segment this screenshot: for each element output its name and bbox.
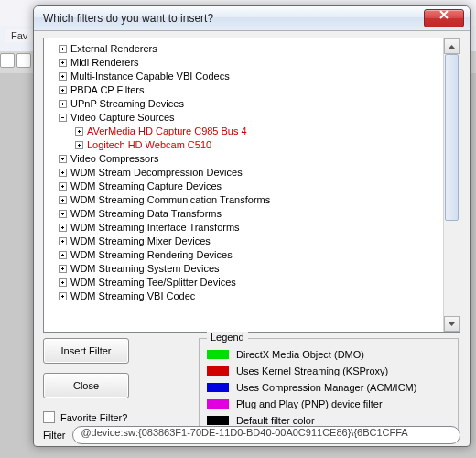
tree-node[interactable]: WDM Streaming VBI Codec	[46, 289, 442, 303]
tree-node[interactable]: WDM Streaming Tee/Splitter Devices	[46, 276, 442, 289]
expand-icon[interactable]	[59, 155, 67, 163]
tree-node-label: Midi Renderers	[70, 56, 139, 70]
titlebar[interactable]: Which filters do you want to insert?	[34, 6, 470, 31]
legend-group: Legend DirectX Media Object (DMO)Uses Ke…	[199, 338, 459, 437]
dialog-title: Which filters do you want to insert?	[39, 12, 424, 25]
close-icon	[438, 10, 449, 19]
filter-tree[interactable]: External RenderersMidi RenderersMulti-In…	[43, 38, 460, 333]
tree-node[interactable]: Multi-Instance Capable VBI Codecs	[46, 70, 442, 83]
expand-icon[interactable]	[59, 45, 67, 53]
expand-icon[interactable]	[59, 210, 67, 218]
bg-toolbar	[0, 53, 31, 68]
tree-node[interactable]: WDM Streaming Capture Devices	[46, 180, 442, 193]
copy-icon[interactable]	[0, 53, 15, 68]
tree-node[interactable]: Video Capture Sources	[46, 111, 442, 125]
expand-icon[interactable]	[59, 237, 67, 245]
tree-node-label: Video Compressors	[70, 152, 158, 166]
expand-icon[interactable]	[59, 100, 67, 108]
tree-node-label: Video Capture Sources	[70, 111, 175, 125]
expand-icon[interactable]	[59, 169, 67, 177]
legend-swatch	[207, 399, 229, 409]
tree-node-label: UPnP Streaming Devices	[70, 97, 184, 111]
tree-node-label: Logitech HD Webcam C510	[87, 138, 211, 152]
expand-icon[interactable]	[59, 265, 67, 273]
tree-node[interactable]: Midi Renderers	[46, 56, 442, 70]
scroll-down-arrow-icon[interactable]	[444, 316, 460, 332]
legend-swatch	[207, 416, 229, 425]
paste-icon[interactable]	[16, 53, 31, 68]
tree-scrollbar[interactable]	[443, 38, 460, 332]
legend-row: Uses Compression Manager (ACM/ICM)	[207, 379, 450, 396]
bg-tab-favorites[interactable]: Fav	[5, 29, 33, 42]
tree-node[interactable]: WDM Streaming Mixer Devices	[46, 234, 442, 248]
insert-filter-button[interactable]: Insert Filter	[43, 338, 129, 364]
tree-node-label: External Renderers	[70, 42, 157, 56]
window-close-button[interactable]	[424, 9, 464, 27]
legend-row: Plug and Play (PNP) device filter	[207, 396, 450, 412]
filter-path-label: Filter	[43, 430, 65, 441]
tree-node-label: AVerMedia HD Capture C985 Bus 4	[87, 125, 247, 138]
expand-icon[interactable]	[59, 278, 67, 287]
legend-label: Default filter color	[236, 415, 315, 426]
tree-node-label: WDM Streaming System Devices	[70, 262, 220, 276]
filter-path-input[interactable]: @device:sw:{083863F1-70DE-11D0-BD40-00A0…	[72, 426, 460, 444]
expand-icon[interactable]	[59, 72, 67, 81]
tree-node[interactable]: AVerMedia HD Capture C985 Bus 4	[46, 125, 442, 138]
expand-icon[interactable]	[59, 196, 67, 204]
expand-icon[interactable]	[75, 127, 83, 136]
scroll-up-arrow-icon[interactable]	[444, 38, 460, 54]
expand-icon[interactable]	[59, 292, 67, 300]
tree-node[interactable]: WDM Streaming Data Transforms	[46, 207, 442, 221]
dialog-bottom-area: Insert Filter Close Favorite Filter? Leg…	[43, 338, 460, 423]
tree-node-label: WDM Streaming Tee/Splitter Devices	[70, 276, 236, 289]
tree-node[interactable]: WDM Streaming System Devices	[46, 262, 442, 276]
tree-node-label: Multi-Instance Capable VBI Codecs	[70, 70, 230, 83]
tree-node-label: WDM Streaming Communication Transforms	[70, 193, 270, 207]
expand-icon[interactable]	[75, 141, 83, 149]
tree-node-label: WDM Streaming VBI Codec	[70, 289, 195, 303]
favorite-filter-checkbox[interactable]	[43, 411, 55, 423]
legend-row: DirectX Media Object (DMO)	[207, 346, 450, 363]
tree-node-label: WDM Streaming Mixer Devices	[70, 234, 211, 248]
legend-swatch	[207, 366, 229, 376]
scroll-thumb[interactable]	[445, 54, 459, 221]
tree-node[interactable]: Logitech HD Webcam C510	[46, 138, 442, 152]
tree-node[interactable]: UPnP Streaming Devices	[46, 97, 442, 111]
tree-node-label: WDM Streaming Data Transforms	[70, 207, 222, 221]
legend-label: Uses Kernel Streaming (KSProxy)	[236, 365, 388, 376]
filter-path-row: Filter @device:sw:{083863F1-70DE-11D0-BD…	[43, 426, 460, 444]
tree-node-label: WDM Stream Decompression Devices	[70, 166, 243, 180]
tree-node-label: WDM Streaming Rendering Devices	[70, 248, 233, 262]
tree-node[interactable]: WDM Streaming Interface Transforms	[46, 221, 442, 234]
expand-icon[interactable]	[59, 59, 67, 67]
close-button[interactable]: Close	[43, 373, 129, 398]
tree-node[interactable]: WDM Streaming Communication Transforms	[46, 193, 442, 207]
insert-filters-dialog: Which filters do you want to insert? Ext…	[33, 5, 471, 447]
legend-label: Uses Compression Manager (ACM/ICM)	[236, 382, 416, 393]
tree-node[interactable]: External Renderers	[46, 42, 442, 56]
legend-title: Legend	[207, 332, 248, 343]
legend-swatch	[207, 350, 229, 359]
legend-label: DirectX Media Object (DMO)	[236, 349, 364, 360]
tree-node[interactable]: WDM Streaming Rendering Devices	[46, 248, 442, 262]
tree-node[interactable]: PBDA CP Filters	[46, 83, 442, 97]
collapse-icon[interactable]	[59, 114, 67, 122]
legend-swatch	[207, 383, 229, 392]
tree-node[interactable]: Video Compressors	[46, 152, 442, 166]
legend-row: Uses Kernel Streaming (KSProxy)	[207, 363, 450, 379]
tree-node-label: PBDA CP Filters	[70, 83, 145, 97]
legend-label: Plug and Play (PNP) device filter	[236, 398, 383, 409]
tree-node-label: WDM Streaming Interface Transforms	[70, 221, 240, 234]
favorite-filter-label: Favorite Filter?	[60, 412, 127, 423]
expand-icon[interactable]	[59, 182, 67, 191]
expand-icon[interactable]	[59, 86, 67, 94]
tree-node[interactable]: WDM Stream Decompression Devices	[46, 166, 442, 180]
expand-icon[interactable]	[59, 224, 67, 232]
tree-node-label: WDM Streaming Capture Devices	[70, 180, 222, 193]
expand-icon[interactable]	[59, 251, 67, 259]
